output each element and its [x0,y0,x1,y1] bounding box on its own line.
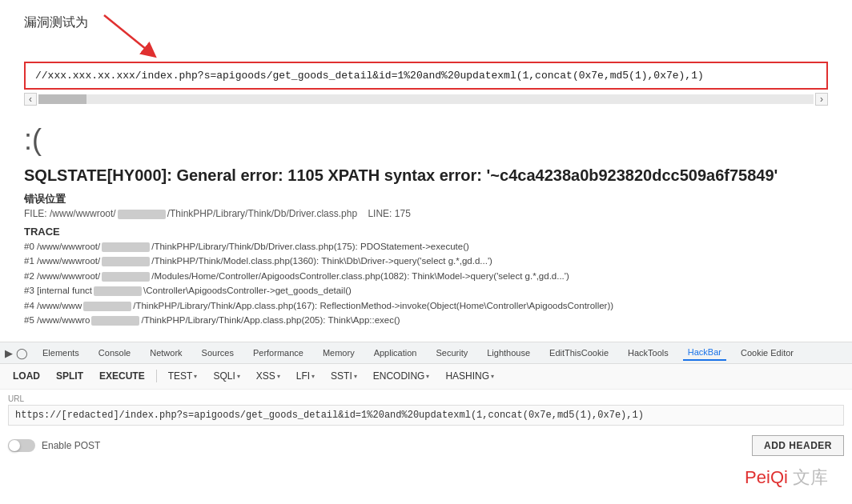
redacted-t0 [102,242,150,252]
redacted-1 [118,210,166,219]
devtools-bar: ▶ ◯ Elements Console Network Sources Per… [0,342,852,364]
lfi-dropdown[interactable]: LFI ▾ [291,368,320,384]
xss-caret: ▾ [277,373,280,380]
trace-item: #0 /www/wwwroot/ /ThinkPHP/Library/Think… [24,239,809,254]
hackbar-url-row: URL [0,390,852,429]
url-bar-section: //xxx.xxx.xx.xxx/index.php?s=apigoods/ge… [0,62,852,90]
trace-label: TRACE [24,226,828,238]
sqli-dropdown[interactable]: SQLI ▾ [208,368,244,384]
arrow-icon [96,11,160,59]
trace-item: #5 /www/wwwro /ThinkPHP/Library/Think/Ap… [24,313,809,327]
hackbar-url-input[interactable] [8,405,844,426]
tab-performance[interactable]: Performance [248,346,308,360]
tab-application[interactable]: Application [369,346,422,360]
error-location-label: 错误位置 [24,192,828,206]
lfi-caret: ▾ [311,373,315,380]
cursor-icon[interactable]: ▶ [5,347,13,359]
url-scrollbar[interactable]: ‹ › [0,91,852,107]
tab-network[interactable]: Network [145,346,187,360]
watermark-suffix: 文库 [793,467,828,487]
smiley-face: :( [24,123,828,157]
tab-editthiscookie[interactable]: EditThisCookie [545,346,613,360]
annotation-label: 漏洞测试为 [24,15,88,29]
tab-lighthouse[interactable]: Lighthouse [482,346,535,360]
devtools-icons: ▶ ◯ [5,347,28,359]
trace-item: #3 [internal funct \Controller\ApigoodsC… [24,283,809,298]
tab-cookie-editor[interactable]: Cookie Editor [736,346,798,360]
trace-item: #4 /www/www /ThinkPHP/Library/Think/App.… [24,298,809,313]
url-text: //xxx.xxx.xx.xxx/index.php?s=apigoods/ge… [35,70,704,82]
redacted-t3 [94,286,142,296]
hackbar-url-label: URL [8,394,844,403]
encoding-caret: ▾ [426,373,429,380]
test-dropdown[interactable]: TEST ▾ [163,368,203,384]
tab-security[interactable]: Security [431,346,472,360]
url-bar: //xxx.xxx.xx.xxx/index.php?s=apigoods/ge… [24,62,828,90]
hackbar-section: LOAD SPLIT EXECUTE TEST ▾ SQLI ▾ XSS ▾ L… [0,362,852,462]
ssti-dropdown[interactable]: SSTI ▾ [326,368,362,384]
redacted-t4 [83,302,131,311]
sqli-caret: ▾ [237,373,240,380]
xss-dropdown[interactable]: XSS ▾ [251,368,285,384]
annotation-section: 漏洞测试为 [0,0,852,39]
scroll-track[interactable] [38,94,814,104]
execute-button[interactable]: EXECUTE [94,368,150,384]
encoding-dropdown[interactable]: ENCODING ▾ [368,368,435,384]
toggle-knob [9,440,20,451]
enable-post-group: Enable POST [8,439,100,452]
trace-container: #0 /www/wwwroot/ /ThinkPHP/Library/Think… [24,239,828,327]
hackbar-bottom: Enable POST ADD HEADER [0,429,852,462]
hashing-dropdown[interactable]: HASHING ▾ [440,368,499,384]
load-button[interactable]: LOAD [8,368,45,384]
error-page: :( SQLSTATE[HY000]: General error: 1105 … [0,107,852,335]
peiq-watermark: PeiQi 文库 [745,466,828,490]
enable-post-toggle[interactable] [8,439,35,452]
tab-elements[interactable]: Elements [38,346,84,360]
device-icon[interactable]: ◯ [16,347,28,359]
add-header-button[interactable]: ADD HEADER [752,435,844,456]
enable-post-label: Enable POST [42,440,100,451]
tab-memory[interactable]: Memory [318,346,360,360]
tab-sources[interactable]: Sources [197,346,239,360]
ssti-caret: ▾ [354,373,357,380]
tab-hackbar[interactable]: HackBar [683,345,726,361]
error-file-line: FILE: /www/wwwroot/ /ThinkPHP/Library/Th… [24,208,828,219]
redacted-t2 [102,272,150,282]
scroll-right-arrow[interactable]: › [815,93,828,106]
hackbar-toolbar: LOAD SPLIT EXECUTE TEST ▾ SQLI ▾ XSS ▾ L… [0,363,852,390]
trace-item: #2 /www/wwwroot/ /Modules/Home/Controlle… [24,269,809,283]
hashing-caret: ▾ [491,373,494,380]
redacted-t5 [91,316,139,326]
tab-hacktools[interactable]: HackTools [623,346,673,360]
watermark-prefix: PeiQi [745,467,793,487]
split-button[interactable]: SPLIT [51,368,88,384]
trace-item: #1 /www/wwwroot/ /ThinkPHP/Think/Model.c… [24,254,809,268]
error-title: SQLSTATE[HY000]: General error: 1105 XPA… [24,165,828,186]
redacted-t1 [102,257,150,266]
tab-console[interactable]: Console [94,346,135,360]
sep-1 [156,370,157,382]
svg-line-0 [104,15,151,53]
scroll-left-arrow[interactable]: ‹ [24,93,37,106]
scroll-thumb [38,94,86,104]
test-caret: ▾ [194,373,197,380]
